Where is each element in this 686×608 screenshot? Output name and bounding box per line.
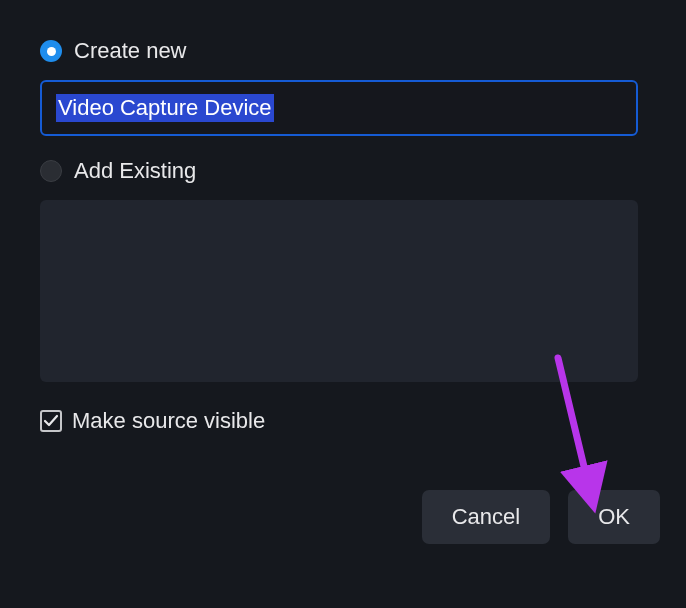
dialog-button-row: Cancel OK [40,490,660,544]
source-name-text: Video Capture Device [56,94,274,122]
add-existing-radio[interactable] [40,160,62,182]
add-existing-radio-row[interactable]: Add Existing [40,158,646,184]
source-name-input[interactable]: Video Capture Device [40,80,638,136]
add-existing-label: Add Existing [74,158,196,184]
radio-dot-icon [47,47,56,56]
make-visible-label: Make source visible [72,408,265,434]
make-visible-checkbox[interactable] [40,410,62,432]
create-new-label: Create new [74,38,187,64]
existing-sources-list[interactable] [40,200,638,382]
create-new-radio-row[interactable]: Create new [40,38,646,64]
cancel-button[interactable]: Cancel [422,490,550,544]
make-visible-row[interactable]: Make source visible [40,408,646,434]
ok-button[interactable]: OK [568,490,660,544]
create-new-radio[interactable] [40,40,62,62]
checkmark-icon [43,413,59,429]
